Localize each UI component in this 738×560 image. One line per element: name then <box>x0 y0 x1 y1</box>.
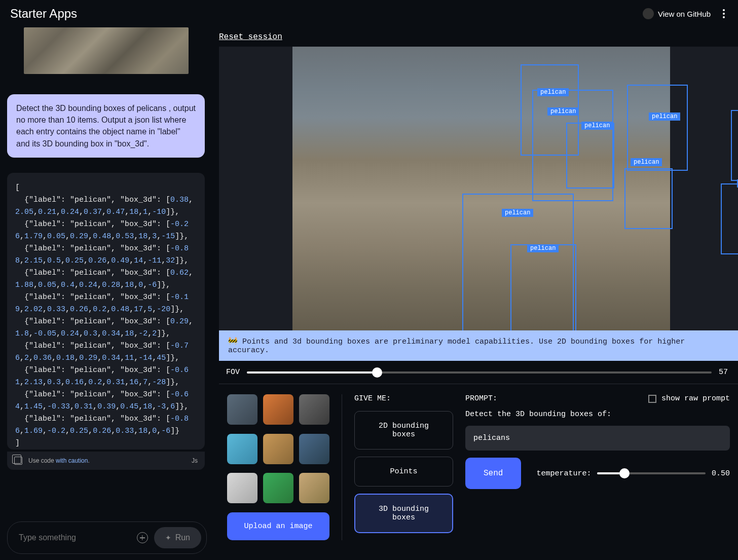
github-icon <box>643 8 654 19</box>
detection-label: pelican <box>631 158 662 166</box>
language-badge: Js <box>192 457 198 464</box>
attached-image-thumbnail <box>24 27 189 74</box>
copy-icon[interactable] <box>14 457 22 465</box>
prompt-label: PROMPT: <box>465 394 497 403</box>
sample-thumb[interactable] <box>227 473 257 503</box>
chat-input-row: ✦ Run <box>7 521 207 554</box>
github-label: View on GitHub <box>658 10 711 18</box>
detection-canvas: pelicanpelicanpelicanpelicanpelicanpelic… <box>219 47 738 330</box>
warning-banner: 🚧 Points and 3d bounding boxes are preli… <box>219 330 738 361</box>
reset-session-link[interactable]: Reset session <box>219 32 738 42</box>
sample-thumb[interactable] <box>299 434 329 464</box>
detection-label: pelican <box>527 244 559 252</box>
detection-box <box>510 244 576 330</box>
temperature-slider[interactable] <box>597 472 706 474</box>
detection-label: pelican <box>581 122 613 130</box>
detect-label: Detect the 3D bounding boxes of: <box>465 410 730 419</box>
option-points[interactable]: Points <box>354 457 453 487</box>
caution-text: Use code <box>28 457 56 464</box>
sample-thumb[interactable] <box>299 394 329 425</box>
give-me-label: GIVE ME: <box>354 394 453 403</box>
option-2d-bbox[interactable]: 2D bounding boxes <box>354 411 453 450</box>
kebab-menu-icon[interactable] <box>720 6 728 21</box>
sample-thumb[interactable] <box>227 434 257 464</box>
prompt-input[interactable] <box>465 426 730 451</box>
upload-image-button[interactable]: Upload an image <box>227 512 329 541</box>
detection-label: pelican <box>649 113 680 121</box>
sample-thumb[interactable] <box>263 394 293 425</box>
sample-image-grid: Upload an image <box>227 394 342 540</box>
user-prompt-bubble: Detect the 3D bounding boxes of pelicans… <box>7 94 205 158</box>
sample-thumb[interactable] <box>227 394 257 425</box>
send-button[interactable]: Send <box>465 458 521 489</box>
caution-bar: Use code with caution. Js <box>7 452 205 470</box>
sample-thumb[interactable] <box>263 473 293 503</box>
detection-box <box>624 168 673 229</box>
temperature-label: temperature: <box>536 469 591 478</box>
sample-thumb[interactable] <box>299 473 329 503</box>
app-title: Starter Apps <box>10 7 77 21</box>
fov-label: FOV <box>226 368 240 377</box>
fov-value: 57 <box>719 368 728 377</box>
detection-box <box>566 123 614 189</box>
run-button[interactable]: ✦ Run <box>154 527 201 548</box>
detection-label: pelican <box>502 209 533 217</box>
sparkle-icon: ✦ <box>165 534 171 542</box>
caution-link[interactable]: with caution <box>56 457 88 464</box>
sample-thumb[interactable] <box>263 434 293 464</box>
model-output-code: [ {"label": "pelican", "box_3d": [0.38,2… <box>7 173 205 450</box>
option-3d-bbox[interactable]: 3D bounding boxes <box>354 494 453 533</box>
show-raw-prompt-checkbox[interactable]: show raw prompt <box>648 394 730 403</box>
chat-input[interactable] <box>19 533 137 542</box>
checkbox-icon <box>648 395 656 403</box>
github-link[interactable]: View on GitHub <box>643 8 711 19</box>
detection-box <box>731 110 738 181</box>
detection-label: pelican <box>547 107 579 116</box>
detection-box <box>721 183 738 254</box>
fov-slider[interactable] <box>247 371 712 374</box>
detection-label: pelican <box>537 88 569 96</box>
add-attachment-icon[interactable] <box>137 532 148 543</box>
temperature-value: 0.50 <box>712 469 730 478</box>
